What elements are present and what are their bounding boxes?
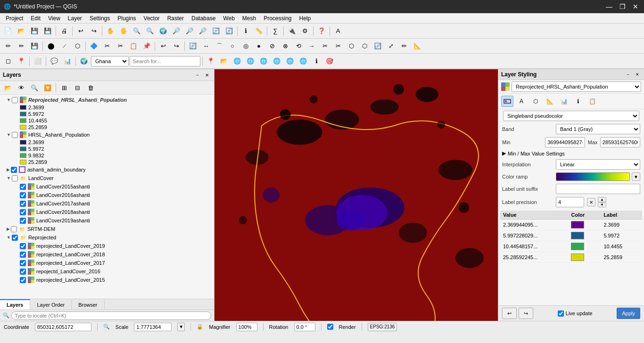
layer-checkbox[interactable]	[20, 252, 26, 258]
geocode-button[interactable]: 🌍	[78, 56, 90, 67]
cut-features-button[interactable]: ✂	[114, 41, 126, 52]
current-edits-button[interactable]: ✏	[2, 41, 14, 52]
layer-checkbox[interactable]	[20, 201, 26, 207]
identify-button[interactable]: ℹ	[239, 25, 252, 37]
layer-lc2017[interactable]: LandCover2017ashanti	[0, 199, 214, 208]
layer-rlc2017[interactable]: reprojected_LandCover_2017	[0, 259, 214, 267]
menu-view[interactable]: View	[44, 15, 64, 22]
split-features-button[interactable]: ✂	[319, 41, 331, 52]
map-canvas[interactable]	[215, 69, 498, 321]
zoom-native-button[interactable]: 🔎	[197, 25, 209, 37]
layer-reprojected-hrsl[interactable]: ▼ Reprojected_HRSL_Ashanti_Population	[0, 96, 214, 104]
styling-layer-select[interactable]: Reprojected_HRSL_Ashanti_Population	[512, 82, 641, 92]
zoom-last-button[interactable]: 🔄	[210, 25, 222, 37]
layer-group-landcover[interactable]: ▼ 📁 LandCover	[0, 174, 214, 182]
rotate-features-button[interactable]: 🔃	[372, 41, 384, 52]
styling-close-button[interactable]: ✕	[634, 71, 641, 78]
save-button[interactable]: 💾	[28, 25, 41, 37]
new-project-button[interactable]: 📄	[2, 25, 14, 37]
rotate-point-symbols-button[interactable]: 🔄	[187, 41, 199, 52]
scale-input[interactable]	[134, 323, 172, 331]
openlayers-button[interactable]: 🌐	[244, 56, 256, 67]
digitize-point-button[interactable]: ⬤	[45, 41, 57, 52]
min-input[interactable]	[545, 137, 585, 147]
pan-native-button[interactable]: 🖐	[117, 25, 130, 37]
layer-checkbox[interactable]	[20, 184, 26, 190]
open-project-button[interactable]: 📂	[15, 25, 27, 37]
pan-button[interactable]: ✋	[104, 25, 116, 37]
plugins-button[interactable]: 🔌	[286, 25, 298, 37]
open-layer-file-button[interactable]: 📂	[2, 82, 14, 93]
layer-checkbox[interactable]	[20, 192, 26, 198]
layer-rlc2019[interactable]: reprojected_LandCover_2019	[0, 242, 214, 250]
add-ring-button[interactable]: ○	[226, 41, 239, 52]
precision-up-button[interactable]: ▲	[598, 197, 606, 202]
rotation-input[interactable]	[294, 323, 315, 331]
styling-labels-button[interactable]: A	[515, 96, 528, 107]
layers-close-button[interactable]: ✕	[203, 71, 211, 79]
minimize-button[interactable]: —	[604, 3, 614, 10]
open-field-calc-button[interactable]: ∑	[269, 25, 281, 37]
layer-checkbox[interactable]	[12, 175, 18, 181]
color-swatch[interactable]	[571, 253, 584, 261]
styling-diagram-button[interactable]: 📊	[558, 96, 570, 107]
layers-collapse-button[interactable]: −	[193, 71, 202, 79]
layer-filter-button[interactable]: 🔽	[41, 82, 54, 93]
activate-gpx-button[interactable]: 📍	[205, 56, 217, 67]
freehand-digitize-button[interactable]: ✏	[398, 41, 410, 52]
no-selection-button[interactable]: ⬜	[32, 56, 44, 67]
layer-group-reprojected[interactable]: ▼ 📁 Reprojected	[0, 233, 214, 242]
settings-button[interactable]: ⚙	[299, 25, 311, 37]
expand-all-button[interactable]: ⊞	[58, 82, 70, 93]
menu-layer[interactable]: Layer	[64, 15, 86, 22]
layer-lc2018[interactable]: LandCover2018ashanti	[0, 208, 214, 216]
reshape-features-button[interactable]: ⟲	[292, 41, 305, 52]
color-swatch[interactable]	[571, 221, 584, 229]
label-button[interactable]: A	[332, 25, 344, 37]
menu-plugins[interactable]: Plugins	[114, 15, 140, 22]
layer-checkbox[interactable]	[20, 277, 26, 283]
trace-digitize-button[interactable]: 📐	[411, 41, 423, 52]
geoprocessing-button[interactable]: 🎯	[323, 56, 336, 67]
layer-checkbox[interactable]	[11, 226, 17, 232]
layer-lc2019[interactable]: LandCover2019ashanti	[0, 216, 214, 225]
bing-button[interactable]: 🌐	[284, 56, 296, 67]
digitize-line-button[interactable]: ⟋	[58, 41, 70, 52]
collapse-all-button[interactable]: ⊟	[71, 82, 83, 93]
crs-button[interactable]: EPSG:2136	[368, 323, 397, 331]
render-checkbox[interactable]	[327, 324, 333, 330]
styling-redo-button[interactable]: ↪	[519, 308, 533, 319]
select-features-button[interactable]: ◻	[2, 56, 14, 67]
offset-features-button[interactable]: →	[305, 41, 318, 52]
cell-color[interactable]	[568, 220, 601, 230]
menu-raster[interactable]: Raster	[164, 15, 188, 22]
info-button[interactable]: ℹ	[310, 56, 322, 67]
merge-attributes-button[interactable]: ⬡	[358, 41, 371, 52]
offset-curve-button[interactable]: ↔	[200, 41, 212, 52]
styling-3d-button[interactable]: 📐	[544, 96, 556, 107]
cell-color[interactable]	[568, 230, 601, 241]
layer-checkbox[interactable]	[20, 243, 26, 249]
save-as-button[interactable]: 💾	[41, 25, 54, 37]
styling-undo-button[interactable]: ↩	[502, 308, 517, 319]
add-part-button[interactable]: ◎	[239, 41, 252, 52]
menu-processing[interactable]: Processing	[260, 15, 295, 22]
layer-group-srtm[interactable]: ▶ 📁 SRTM-DEM	[0, 225, 214, 233]
styling-metadata-button[interactable]: ℹ	[572, 96, 584, 107]
simplify-feature-button[interactable]: ⌒	[213, 41, 225, 52]
open-layer-button[interactable]: 📂	[218, 56, 230, 67]
color-swatch[interactable]	[571, 232, 584, 239]
print-button[interactable]: 🖨	[58, 25, 70, 37]
digitize-polygon-button[interactable]: ⬡	[71, 41, 83, 52]
help-button[interactable]: ❓	[315, 25, 328, 37]
menu-database[interactable]: Database	[188, 15, 219, 22]
live-update-checkbox[interactable]	[558, 310, 564, 317]
layer-checkbox[interactable]	[12, 235, 18, 241]
delete-ring-button[interactable]: ⊘	[266, 41, 278, 52]
paste-features-button[interactable]: 📌	[140, 41, 153, 52]
magnifier-input[interactable]	[236, 323, 257, 331]
zoom-full-button[interactable]: 🌍	[157, 25, 169, 37]
minmax-settings-toggle[interactable]: ▶ Min / Max Value Settings	[498, 149, 644, 158]
undo-digitize-button[interactable]: ↩	[157, 41, 169, 52]
maximize-button[interactable]: ❐	[618, 3, 627, 10]
